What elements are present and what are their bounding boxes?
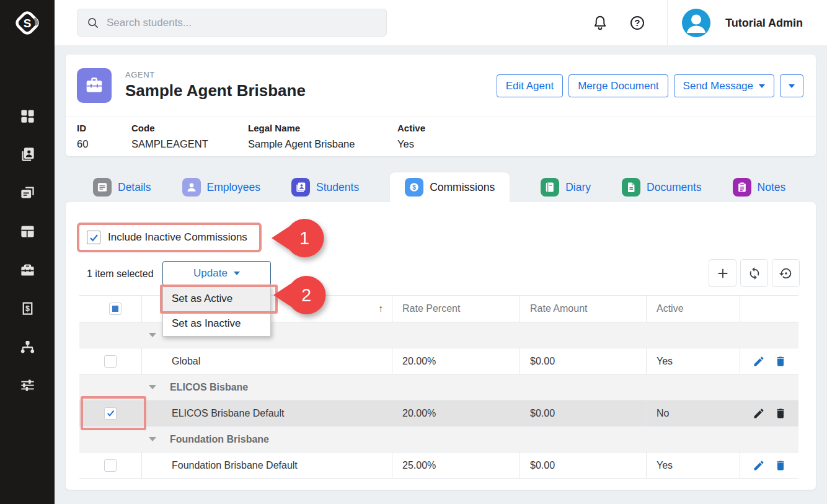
search-icon (86, 16, 100, 30)
svg-text:$: $ (25, 304, 30, 313)
edit-icon[interactable] (753, 355, 765, 368)
more-actions-button[interactable] (780, 74, 803, 97)
finance-icon: $ (19, 300, 36, 317)
students-icon (19, 146, 36, 163)
sidebar-item-settings[interactable] (19, 377, 36, 394)
tab-bar: Details Employees Students $ Commissions… (66, 172, 785, 202)
collapse-group-icon[interactable] (149, 385, 156, 389)
include-inactive-checkbox[interactable] (87, 231, 100, 244)
main-content: AGENT Sample Agent Brisbane Edit Agent M… (55, 46, 827, 504)
svg-text:S: S (24, 17, 32, 30)
history-button[interactable] (772, 259, 800, 287)
row-checkbox[interactable] (104, 459, 117, 472)
bell-icon (591, 14, 609, 32)
chevron-down-icon (234, 272, 240, 275)
employees-icon (182, 178, 201, 197)
collapse-group-icon[interactable] (149, 437, 156, 441)
delete-icon[interactable] (774, 459, 787, 472)
sidebar-item-students[interactable] (19, 146, 36, 163)
update-button[interactable]: Update (162, 261, 271, 286)
briefcase-icon (83, 74, 105, 97)
tab-commissions[interactable]: $ Commissions (390, 172, 510, 202)
refresh-button[interactable] (740, 259, 768, 287)
search-box (77, 9, 387, 37)
user-name: Tutorial Admin (725, 17, 803, 30)
tab-diary[interactable]: Diary (541, 172, 591, 202)
documents-icon (622, 178, 640, 197)
chevron-down-icon (759, 84, 765, 88)
topbar: ? Tutorial Admin (55, 0, 827, 46)
selection-count-text: 1 item selected (87, 267, 154, 281)
plus-icon (716, 267, 730, 280)
sort-ascending-icon[interactable]: ↑ (378, 303, 383, 314)
checkmark-icon (106, 409, 115, 418)
select-all-cell (79, 296, 141, 322)
sidebar-item-courses[interactable] (19, 185, 36, 201)
network-icon (19, 338, 36, 355)
merge-document-button[interactable]: Merge Document (568, 74, 668, 97)
page-title: Sample Agent Brisbane (125, 81, 306, 100)
edit-agent-button[interactable]: Edit Agent (497, 74, 564, 97)
sidebar-item-network[interactable] (19, 338, 36, 355)
row-checkbox-checked[interactable] (104, 407, 117, 420)
delete-icon[interactable] (774, 355, 787, 368)
commissions-panel: Include Inactive Commissions 1 1 item se… (66, 202, 816, 490)
courses-icon (19, 185, 36, 201)
edit-icon[interactable] (753, 407, 765, 420)
chevron-down-icon (789, 84, 795, 88)
user-menu[interactable]: Tutorial Admin (682, 0, 803, 46)
include-inactive-label: Include Inactive Commissions (108, 231, 247, 244)
notes-icon (733, 178, 751, 197)
tab-documents[interactable]: Documents (622, 172, 702, 202)
send-message-button[interactable]: Send Message (674, 74, 774, 97)
row-checkbox[interactable] (104, 355, 117, 368)
annotation-1-number: 1 (299, 228, 309, 248)
edit-icon[interactable] (753, 459, 765, 472)
rate-percent-column-header[interactable]: Rate Percent (392, 296, 520, 322)
select-all-checkbox[interactable] (109, 303, 122, 315)
field-code: CodeSAMPLEAGENT (131, 123, 208, 150)
history-icon (779, 267, 793, 280)
settings-icon (19, 377, 36, 394)
sidebar-item-agents[interactable] (19, 262, 36, 278)
diary-icon (541, 178, 559, 197)
help-button[interactable]: ? (629, 14, 646, 32)
card-divider (66, 117, 816, 117)
sidebar: S S $ (0, 0, 55, 504)
commissions-icon: $ (405, 178, 423, 197)
sidebar-item-dashboard[interactable] (19, 108, 36, 125)
agent-header-card: AGENT Sample Agent Brisbane Edit Agent M… (66, 55, 816, 156)
active-column-header[interactable]: Active (646, 296, 740, 322)
topbar-divider (667, 0, 668, 46)
search-input[interactable] (107, 17, 378, 29)
sidebar-item-finance[interactable]: $ (19, 300, 36, 317)
add-commission-button[interactable] (709, 259, 736, 287)
timetable-icon (19, 223, 36, 240)
tab-notes[interactable]: Notes (733, 172, 786, 202)
delete-icon[interactable] (774, 407, 787, 420)
app-logo-icon: S S (13, 9, 42, 37)
update-dropdown-menu: Set as Active Set as Inactive (162, 286, 271, 337)
tab-students[interactable]: Students (291, 172, 359, 202)
rate-amount-column-header[interactable]: Rate Amount (520, 296, 646, 322)
agent-type-icon (77, 68, 112, 103)
help-icon: ? (629, 14, 646, 32)
sidebar-item-timetable[interactable] (19, 223, 36, 240)
menu-item-set-as-inactive[interactable]: Set as Inactive (163, 311, 270, 336)
field-active: ActiveYes (397, 123, 425, 150)
dashboard-icon (19, 108, 36, 125)
tab-employees[interactable]: Employees (182, 172, 261, 202)
user-icon (682, 9, 710, 37)
table-row-selected: ELICOS Brisbane Default 20.00% $0.00 No (79, 400, 798, 427)
notifications-button[interactable] (591, 14, 609, 32)
collapse-group-icon[interactable] (149, 333, 156, 337)
annotation-1-badge: 1 (271, 218, 325, 260)
app-logo[interactable]: S S (0, 0, 55, 46)
tab-details[interactable]: Details (93, 172, 151, 202)
actions-column-header (740, 296, 798, 322)
field-id: ID60 (77, 123, 88, 150)
table-row: Global 20.00% $0.00 Yes (79, 348, 798, 374)
students-tab-icon (291, 178, 310, 197)
include-inactive-highlight-box: Include Inactive Commissions (77, 223, 262, 252)
menu-item-set-as-active[interactable]: Set as Active (163, 286, 270, 311)
